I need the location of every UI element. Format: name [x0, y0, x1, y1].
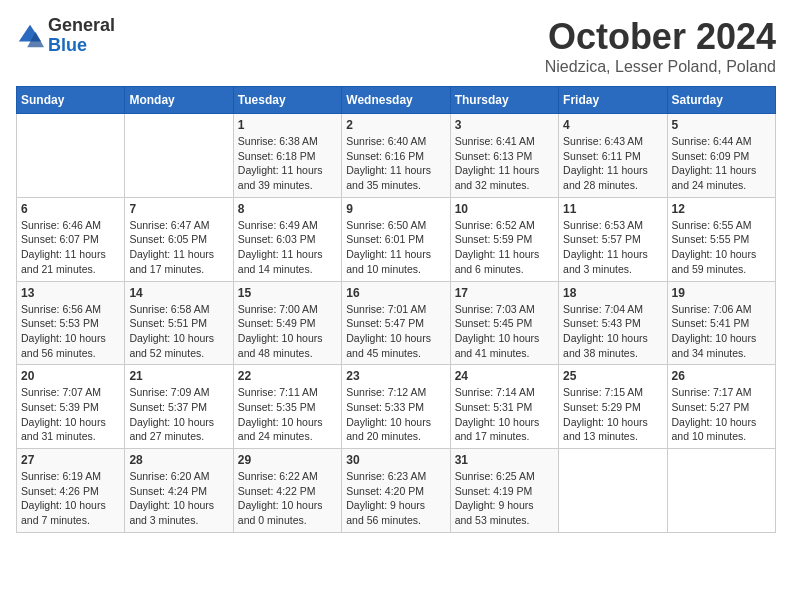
calendar-cell: 3Sunrise: 6:41 AMSunset: 6:13 PMDaylight…: [450, 114, 558, 198]
day-number: 24: [455, 369, 554, 383]
day-number: 17: [455, 286, 554, 300]
day-number: 8: [238, 202, 337, 216]
day-info: Sunrise: 6:50 AMSunset: 6:01 PMDaylight:…: [346, 218, 445, 277]
day-number: 2: [346, 118, 445, 132]
calendar-cell: [125, 114, 233, 198]
calendar-cell: 23Sunrise: 7:12 AMSunset: 5:33 PMDayligh…: [342, 365, 450, 449]
day-number: 14: [129, 286, 228, 300]
day-info: Sunrise: 7:03 AMSunset: 5:45 PMDaylight:…: [455, 302, 554, 361]
day-info: Sunrise: 6:20 AMSunset: 4:24 PMDaylight:…: [129, 469, 228, 528]
calendar-cell: 30Sunrise: 6:23 AMSunset: 4:20 PMDayligh…: [342, 449, 450, 533]
day-number: 6: [21, 202, 120, 216]
calendar-cell: 27Sunrise: 6:19 AMSunset: 4:26 PMDayligh…: [17, 449, 125, 533]
day-of-week-header: Saturday: [667, 87, 775, 114]
day-number: 30: [346, 453, 445, 467]
calendar-header: SundayMondayTuesdayWednesdayThursdayFrid…: [17, 87, 776, 114]
day-of-week-header: Thursday: [450, 87, 558, 114]
day-info: Sunrise: 7:09 AMSunset: 5:37 PMDaylight:…: [129, 385, 228, 444]
day-number: 19: [672, 286, 771, 300]
day-info: Sunrise: 6:55 AMSunset: 5:55 PMDaylight:…: [672, 218, 771, 277]
day-number: 22: [238, 369, 337, 383]
calendar-cell: 7Sunrise: 6:47 AMSunset: 6:05 PMDaylight…: [125, 197, 233, 281]
day-number: 31: [455, 453, 554, 467]
day-number: 27: [21, 453, 120, 467]
day-of-week-header: Friday: [559, 87, 667, 114]
day-info: Sunrise: 7:17 AMSunset: 5:27 PMDaylight:…: [672, 385, 771, 444]
day-number: 26: [672, 369, 771, 383]
calendar-cell: 4Sunrise: 6:43 AMSunset: 6:11 PMDaylight…: [559, 114, 667, 198]
calendar-cell: 15Sunrise: 7:00 AMSunset: 5:49 PMDayligh…: [233, 281, 341, 365]
day-info: Sunrise: 6:41 AMSunset: 6:13 PMDaylight:…: [455, 134, 554, 193]
day-info: Sunrise: 6:58 AMSunset: 5:51 PMDaylight:…: [129, 302, 228, 361]
location: Niedzica, Lesser Poland, Poland: [545, 58, 776, 76]
calendar-week-row: 13Sunrise: 6:56 AMSunset: 5:53 PMDayligh…: [17, 281, 776, 365]
calendar-cell: 13Sunrise: 6:56 AMSunset: 5:53 PMDayligh…: [17, 281, 125, 365]
day-number: 4: [563, 118, 662, 132]
calendar-cell: 21Sunrise: 7:09 AMSunset: 5:37 PMDayligh…: [125, 365, 233, 449]
calendar-cell: 18Sunrise: 7:04 AMSunset: 5:43 PMDayligh…: [559, 281, 667, 365]
logo-text: General Blue: [48, 16, 115, 56]
day-info: Sunrise: 6:38 AMSunset: 6:18 PMDaylight:…: [238, 134, 337, 193]
calendar-cell: 2Sunrise: 6:40 AMSunset: 6:16 PMDaylight…: [342, 114, 450, 198]
day-info: Sunrise: 6:47 AMSunset: 6:05 PMDaylight:…: [129, 218, 228, 277]
logo-general: General: [48, 16, 115, 36]
day-of-week-header: Monday: [125, 87, 233, 114]
calendar-cell: 19Sunrise: 7:06 AMSunset: 5:41 PMDayligh…: [667, 281, 775, 365]
calendar-cell: 20Sunrise: 7:07 AMSunset: 5:39 PMDayligh…: [17, 365, 125, 449]
day-number: 11: [563, 202, 662, 216]
day-info: Sunrise: 6:43 AMSunset: 6:11 PMDaylight:…: [563, 134, 662, 193]
calendar-week-row: 20Sunrise: 7:07 AMSunset: 5:39 PMDayligh…: [17, 365, 776, 449]
calendar-cell: 6Sunrise: 6:46 AMSunset: 6:07 PMDaylight…: [17, 197, 125, 281]
calendar-cell: 31Sunrise: 6:25 AMSunset: 4:19 PMDayligh…: [450, 449, 558, 533]
day-info: Sunrise: 6:25 AMSunset: 4:19 PMDaylight:…: [455, 469, 554, 528]
calendar-cell: 9Sunrise: 6:50 AMSunset: 6:01 PMDaylight…: [342, 197, 450, 281]
day-number: 12: [672, 202, 771, 216]
day-info: Sunrise: 6:19 AMSunset: 4:26 PMDaylight:…: [21, 469, 120, 528]
day-info: Sunrise: 6:22 AMSunset: 4:22 PMDaylight:…: [238, 469, 337, 528]
day-number: 7: [129, 202, 228, 216]
day-info: Sunrise: 7:12 AMSunset: 5:33 PMDaylight:…: [346, 385, 445, 444]
day-number: 29: [238, 453, 337, 467]
calendar-cell: 8Sunrise: 6:49 AMSunset: 6:03 PMDaylight…: [233, 197, 341, 281]
calendar-cell: 14Sunrise: 6:58 AMSunset: 5:51 PMDayligh…: [125, 281, 233, 365]
day-info: Sunrise: 6:46 AMSunset: 6:07 PMDaylight:…: [21, 218, 120, 277]
calendar-cell: 24Sunrise: 7:14 AMSunset: 5:31 PMDayligh…: [450, 365, 558, 449]
title-block: October 2024 Niedzica, Lesser Poland, Po…: [545, 16, 776, 76]
day-number: 18: [563, 286, 662, 300]
logo-blue: Blue: [48, 36, 115, 56]
day-number: 28: [129, 453, 228, 467]
calendar-cell: 26Sunrise: 7:17 AMSunset: 5:27 PMDayligh…: [667, 365, 775, 449]
day-number: 23: [346, 369, 445, 383]
day-info: Sunrise: 6:56 AMSunset: 5:53 PMDaylight:…: [21, 302, 120, 361]
day-info: Sunrise: 6:40 AMSunset: 6:16 PMDaylight:…: [346, 134, 445, 193]
calendar-cell: 11Sunrise: 6:53 AMSunset: 5:57 PMDayligh…: [559, 197, 667, 281]
day-number: 15: [238, 286, 337, 300]
calendar-cell: [559, 449, 667, 533]
day-number: 21: [129, 369, 228, 383]
day-of-week-header: Sunday: [17, 87, 125, 114]
calendar-cell: [17, 114, 125, 198]
calendar-cell: 25Sunrise: 7:15 AMSunset: 5:29 PMDayligh…: [559, 365, 667, 449]
day-of-week-header: Tuesday: [233, 87, 341, 114]
day-number: 10: [455, 202, 554, 216]
calendar-cell: 1Sunrise: 6:38 AMSunset: 6:18 PMDaylight…: [233, 114, 341, 198]
calendar-cell: 22Sunrise: 7:11 AMSunset: 5:35 PMDayligh…: [233, 365, 341, 449]
calendar-cell: 28Sunrise: 6:20 AMSunset: 4:24 PMDayligh…: [125, 449, 233, 533]
day-info: Sunrise: 6:53 AMSunset: 5:57 PMDaylight:…: [563, 218, 662, 277]
calendar-cell: 29Sunrise: 6:22 AMSunset: 4:22 PMDayligh…: [233, 449, 341, 533]
month-title: October 2024: [545, 16, 776, 58]
day-info: Sunrise: 6:23 AMSunset: 4:20 PMDaylight:…: [346, 469, 445, 528]
calendar-cell: 5Sunrise: 6:44 AMSunset: 6:09 PMDaylight…: [667, 114, 775, 198]
calendar-cell: 17Sunrise: 7:03 AMSunset: 5:45 PMDayligh…: [450, 281, 558, 365]
day-number: 9: [346, 202, 445, 216]
day-number: 16: [346, 286, 445, 300]
calendar-week-row: 6Sunrise: 6:46 AMSunset: 6:07 PMDaylight…: [17, 197, 776, 281]
day-number: 3: [455, 118, 554, 132]
calendar-week-row: 27Sunrise: 6:19 AMSunset: 4:26 PMDayligh…: [17, 449, 776, 533]
day-info: Sunrise: 7:01 AMSunset: 5:47 PMDaylight:…: [346, 302, 445, 361]
calendar-cell: 16Sunrise: 7:01 AMSunset: 5:47 PMDayligh…: [342, 281, 450, 365]
page-header: General Blue October 2024 Niedzica, Less…: [16, 16, 776, 76]
day-number: 25: [563, 369, 662, 383]
day-info: Sunrise: 7:14 AMSunset: 5:31 PMDaylight:…: [455, 385, 554, 444]
day-info: Sunrise: 7:11 AMSunset: 5:35 PMDaylight:…: [238, 385, 337, 444]
